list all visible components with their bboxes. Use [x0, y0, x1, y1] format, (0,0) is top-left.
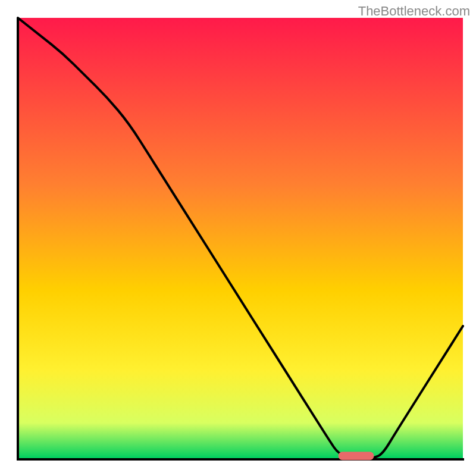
chart-container: TheBottleneck.com	[0, 0, 476, 476]
bottleneck-chart	[0, 0, 476, 476]
watermark-text: TheBottleneck.com	[358, 4, 470, 19]
plot-background	[18, 18, 463, 458]
optimal-range-marker	[339, 452, 374, 460]
